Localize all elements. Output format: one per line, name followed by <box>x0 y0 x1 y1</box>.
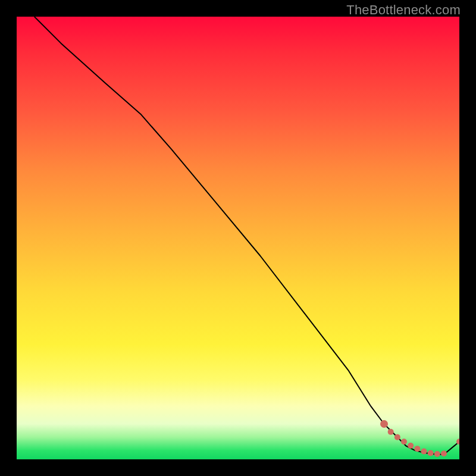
plot-svg <box>17 17 459 459</box>
optimal-point <box>421 449 427 455</box>
optimal-point <box>414 446 420 452</box>
plot-area <box>17 17 459 459</box>
optimal-point <box>380 420 388 428</box>
optimal-point <box>441 450 447 456</box>
curve-layer <box>35 17 459 455</box>
optimal-point <box>394 434 400 440</box>
optimal-point <box>388 429 394 435</box>
watermark-label: TheBottleneck.com <box>346 2 461 18</box>
chart-stage: TheBottleneck.com <box>0 0 476 476</box>
optimal-point <box>428 450 434 456</box>
optimal-point <box>434 451 440 457</box>
optimal-point <box>408 443 414 449</box>
bottleneck-curve <box>35 17 459 455</box>
optimal-point <box>401 439 407 444</box>
